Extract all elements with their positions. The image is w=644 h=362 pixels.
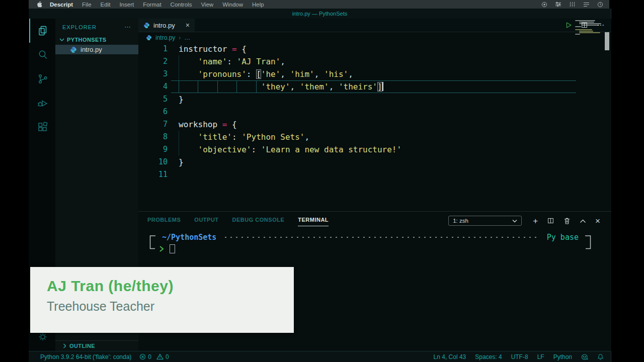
breadcrumb-more[interactable]: … bbox=[184, 34, 190, 41]
new-terminal-icon[interactable]: + bbox=[533, 217, 538, 225]
code-line[interactable]: 9 'objective': 'Learn a new data structu… bbox=[138, 143, 611, 156]
menu-format[interactable]: Format bbox=[138, 2, 166, 8]
code-lines[interactable]: 1instructor = {2 'name': 'AJ Tran',3 'pr… bbox=[138, 43, 611, 211]
code-line[interactable]: 4 'they', 'them', 'theirs'] bbox=[138, 80, 611, 93]
line-content: instructor = { bbox=[179, 43, 247, 55]
prompt-env: Py base bbox=[547, 233, 579, 242]
code-line[interactable]: 8 'title': 'Python Sets', bbox=[138, 131, 611, 143]
string-token: 'pronouns' bbox=[198, 69, 247, 79]
close-panel-icon[interactable]: × bbox=[595, 217, 600, 225]
run-debug-icon[interactable] bbox=[29, 91, 55, 115]
warning-count: 0 bbox=[166, 353, 169, 360]
code-line[interactable]: 3 'pronouns': ['he', 'him', 'his', bbox=[138, 68, 611, 80]
tab-terminal[interactable]: TERMINAL bbox=[298, 217, 329, 226]
presenter-name: AJ Tran (he/they) bbox=[47, 278, 294, 295]
menu-controls[interactable]: Controls bbox=[166, 2, 197, 8]
menu-edit[interactable]: Edit bbox=[96, 2, 115, 8]
file-item-intro-py[interactable]: intro.py bbox=[55, 45, 138, 54]
explorer-title: EXPLORER bbox=[62, 24, 97, 30]
terminal-cursor[interactable] bbox=[170, 244, 175, 253]
interpreter-status[interactable]: Python 3.9.2 64-bit ('flake': conda) bbox=[40, 353, 131, 360]
python-file-icon bbox=[146, 35, 152, 41]
folder-name: PYTHONSETS bbox=[67, 37, 107, 43]
line-content: } bbox=[179, 93, 184, 106]
explorer-more-icon[interactable]: ⋯ bbox=[124, 23, 131, 31]
line-number: 6 bbox=[138, 106, 168, 118]
code-line[interactable]: 2 'name': 'AJ Tran', bbox=[138, 55, 611, 68]
waveform-icon[interactable] bbox=[569, 2, 576, 7]
source-control-icon[interactable] bbox=[29, 67, 55, 91]
problems-status[interactable]: 0 0 bbox=[139, 353, 169, 360]
error-icon bbox=[139, 353, 146, 360]
line-number: 8 bbox=[138, 131, 168, 143]
clock-icon[interactable] bbox=[597, 2, 603, 8]
sliders-icon[interactable] bbox=[555, 2, 561, 7]
indent-guide bbox=[256, 80, 257, 93]
maximize-panel-icon[interactable] bbox=[580, 219, 586, 223]
editor-cursor bbox=[382, 82, 383, 91]
kill-terminal-icon[interactable] bbox=[564, 217, 571, 225]
code-token: instructor bbox=[179, 44, 232, 54]
menu-window[interactable]: Window bbox=[218, 2, 248, 8]
minimap[interactable] bbox=[575, 20, 603, 35]
outline-section[interactable]: OUTLINE bbox=[55, 340, 138, 351]
code-token: , bbox=[314, 69, 324, 79]
tab-debug-console[interactable]: DEBUG CONSOLE bbox=[232, 217, 285, 226]
code-token: : bbox=[232, 132, 242, 142]
record-icon[interactable] bbox=[541, 2, 547, 8]
string-token: 'him' bbox=[290, 69, 314, 79]
code-line[interactable]: 11 bbox=[138, 168, 611, 181]
notifications-bell-icon[interactable] bbox=[597, 353, 604, 360]
menu-file[interactable]: File bbox=[77, 2, 96, 8]
line-number: 4 bbox=[138, 80, 168, 93]
menu-app-name[interactable]: Descript bbox=[45, 2, 77, 8]
indent-guide bbox=[179, 55, 179, 68]
menu-view[interactable]: View bbox=[196, 2, 218, 8]
tab-close-icon[interactable]: × bbox=[186, 22, 190, 29]
code-token: , bbox=[280, 57, 285, 66]
folder-pythonsets[interactable]: PYTHONSETS bbox=[55, 34, 138, 45]
code-line[interactable]: 1instructor = { bbox=[138, 43, 611, 55]
code-token: , bbox=[290, 82, 300, 92]
operator-token: = bbox=[222, 120, 227, 129]
feedback-smiley-icon[interactable] bbox=[581, 353, 588, 360]
line-number: 2 bbox=[138, 55, 168, 68]
indentation-status[interactable]: Spaces: 4 bbox=[475, 353, 502, 360]
shell-select-value: 1: zsh bbox=[453, 218, 468, 224]
indent-guide bbox=[217, 80, 218, 93]
search-icon[interactable] bbox=[29, 43, 55, 67]
code-line[interactable]: 10} bbox=[138, 156, 611, 168]
indent-guide bbox=[179, 80, 179, 93]
prompt-path: ~/PythonSets bbox=[162, 233, 216, 242]
run-button-icon[interactable] bbox=[565, 22, 572, 29]
apple-logo-icon[interactable] bbox=[37, 1, 42, 8]
editor-scrollbar[interactable] bbox=[605, 32, 609, 50]
menu-help[interactable]: Help bbox=[248, 2, 269, 8]
terminal[interactable]: ~/PythonSets Py base bbox=[148, 232, 592, 254]
breadcrumb[interactable]: intro.py › … bbox=[138, 32, 611, 43]
breadcrumb-separator: › bbox=[179, 34, 181, 41]
code-token bbox=[179, 69, 198, 79]
code-token: , bbox=[329, 82, 339, 92]
explorer-icon[interactable] bbox=[29, 19, 55, 43]
tab-output[interactable]: OUTPUT bbox=[194, 217, 218, 226]
tab-label: intro.py bbox=[153, 22, 175, 29]
code-line[interactable]: 6 bbox=[138, 106, 611, 118]
window-title-bar[interactable]: intro.py — PythonSets bbox=[29, 9, 611, 19]
tab-problems[interactable]: PROBLEMS bbox=[147, 217, 181, 226]
terminal-shell-select[interactable]: 1: zsh bbox=[448, 216, 522, 226]
extensions-icon[interactable] bbox=[29, 115, 55, 139]
language-status[interactable]: Python bbox=[553, 353, 572, 360]
list-icon[interactable] bbox=[583, 2, 590, 7]
eol-status[interactable]: LF bbox=[537, 353, 544, 360]
bracket-match-token: ] bbox=[377, 82, 382, 92]
tab-intro-py[interactable]: intro.py × bbox=[138, 19, 195, 32]
cursor-position-status[interactable]: Ln 4, Col 43 bbox=[434, 353, 466, 360]
menu-insert[interactable]: Insert bbox=[115, 2, 138, 8]
breadcrumb-file[interactable]: intro.py bbox=[155, 34, 175, 41]
code-line[interactable]: 7workshop = { bbox=[138, 118, 611, 131]
code-token: : bbox=[247, 69, 256, 79]
split-terminal-icon[interactable] bbox=[547, 217, 554, 224]
encoding-status[interactable]: UTF-8 bbox=[511, 353, 528, 360]
code-line[interactable]: 5} bbox=[138, 93, 611, 106]
